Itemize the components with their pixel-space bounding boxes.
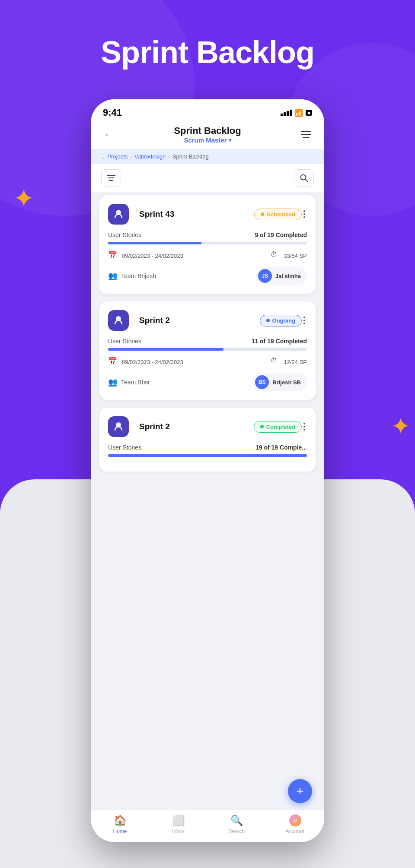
team-icon-2a: 👥 — [108, 377, 118, 387]
more-menu-43[interactable] — [302, 210, 307, 218]
team-row-2a: 👥 Team Bbsr BS Brijesh SB — [108, 373, 307, 391]
search-nav-icon: 🔍 — [230, 814, 243, 827]
stories-label-43: User Stories — [108, 231, 141, 238]
search-icon — [300, 174, 308, 182]
filter-icon — [107, 174, 115, 181]
nav-label-inbox: Inbox — [172, 828, 185, 834]
breadcrumb-sep2: › — [168, 154, 170, 159]
card-title-area-43: Sprint 43 — [108, 204, 254, 225]
bottom-nav: 🏠 Home ⬜ Inbox 🔍 Search U Account — [91, 810, 324, 842]
progress-bar-fill-2b — [108, 454, 307, 457]
back-button[interactable]: ← — [101, 127, 117, 143]
date-item-43: 📅 09/02/2023 - 24/02/2023 — [108, 250, 183, 261]
nav-label-home: Home — [113, 828, 127, 834]
stories-count-43: 9 of 19 Completed — [255, 231, 307, 238]
stories-count-2a: 11 of 19 Completed — [252, 338, 307, 345]
sprint-name-2b: Sprint 2 — [139, 422, 170, 431]
assignee-name-43: Jai simha — [275, 273, 301, 279]
status-badge-2a: Ongoing — [260, 315, 302, 326]
sp-icon-43: ⏱ — [270, 250, 281, 261]
sprint-card-2a: Sprint 2 Ongoing User Stories 11 of 19 C… — [99, 301, 316, 400]
progress-bar-bg-2a — [108, 348, 307, 351]
toolbar — [91, 164, 324, 192]
status-icons: 📶 ■ — [281, 109, 312, 117]
team-item-2a: 👥 Team Bbsr — [108, 377, 150, 387]
status-dot-2b — [260, 425, 264, 428]
menu-line-mid — [301, 134, 311, 135]
sprint-icon-43 — [112, 208, 124, 220]
app-header: ← Sprint Backlog Scrum Master ▾ — [91, 122, 324, 149]
progress-bar-fill-43 — [108, 242, 201, 244]
menu-line-top — [301, 131, 311, 132]
nav-item-account[interactable]: U Account — [278, 814, 313, 834]
status-badge-43: Scheduled — [254, 209, 302, 220]
card-header-43: Sprint 43 Scheduled — [108, 204, 307, 225]
fab-add-button[interactable]: + — [288, 779, 312, 803]
nav-item-home[interactable]: 🏠 Home — [103, 814, 137, 834]
sprint-list: Sprint 43 Scheduled User Stories 9 of 19… — [91, 192, 324, 810]
status-bar: 9:41 📶 ■ — [91, 99, 324, 122]
nav-item-search[interactable]: 🔍 Search — [220, 814, 254, 834]
search-button[interactable] — [294, 169, 314, 187]
more-menu-2b[interactable] — [302, 423, 307, 431]
menu-line-bot — [303, 137, 310, 139]
back-arrow-icon: ← — [104, 129, 114, 140]
breadcrumb-current: Sprint Backlog — [172, 153, 209, 160]
sprint-icon-2a — [112, 314, 124, 326]
sprint-icon-2b — [112, 421, 124, 433]
sprint-name-2a: Sprint 2 — [139, 316, 170, 325]
team-icon-43: 👥 — [108, 271, 118, 281]
stories-count-2b: 19 of 19 Comple... — [255, 444, 307, 451]
filter-button[interactable] — [101, 169, 121, 187]
battery-icon: ■ — [306, 110, 312, 116]
chevron-down-icon: ▾ — [229, 137, 231, 143]
star-decoration-left: ✦ — [13, 186, 35, 212]
status-dot-43 — [261, 212, 264, 216]
sprint-name-43: Sprint 43 — [139, 209, 174, 219]
assignee-name-2a: Brijesh SB — [272, 379, 301, 386]
sprint-card-2b: Sprint 2 Completed User Stories 19 of 19… — [99, 408, 316, 472]
breadcrumb-projects[interactable]: ... Projects — [101, 153, 128, 160]
svg-line-4 — [305, 179, 308, 182]
breadcrumb: ... Projects › Vabrodesign › Sprint Back… — [91, 149, 324, 164]
card-title-area-2b: Sprint 2 — [108, 416, 254, 437]
nav-label-account: Account — [286, 828, 304, 834]
stories-label-2a: User Stories — [108, 338, 141, 345]
header-title: Sprint Backlog — [117, 125, 298, 136]
card-title-area-2a: Sprint 2 — [108, 310, 260, 331]
assignee-chip-43: JS Jai simha — [256, 267, 307, 285]
stories-row-43: User Stories 9 of 19 Completed — [108, 231, 307, 238]
stories-label-2b: User Stories — [108, 444, 141, 451]
header-subtitle[interactable]: Scrum Master ▾ — [117, 136, 298, 144]
wifi-icon: 📶 — [294, 109, 303, 117]
breadcrumb-vabrodesign[interactable]: Vabrodesign — [134, 153, 166, 160]
progress-bar-fill-2a — [108, 348, 223, 351]
status-dot-2a — [266, 319, 270, 322]
home-icon: 🏠 — [114, 814, 127, 827]
nav-label-search: Search — [228, 828, 245, 834]
sprint-card-43: Sprint 43 Scheduled User Stories 9 of 19… — [99, 195, 316, 294]
team-item-43: 👥 Team Brijesh — [108, 271, 156, 281]
calendar-icon-2a: 📅 — [108, 357, 118, 367]
team-row-43: 👥 Team Brijesh JS Jai simha — [108, 267, 307, 285]
calendar-icon-43: 📅 — [108, 250, 118, 261]
assignee-chip-2a: BS Brijesh SB — [253, 373, 307, 391]
progress-bar-bg-2b — [108, 454, 307, 457]
card-header-2a: Sprint 2 Ongoing — [108, 310, 307, 331]
avatar-2a: BS — [255, 375, 269, 389]
menu-button[interactable] — [298, 127, 314, 143]
page-title: Sprint Backlog — [0, 35, 415, 70]
date-item-2a: 📅 09/02/2023 - 24/02/2023 — [108, 357, 183, 367]
nav-item-inbox[interactable]: ⬜ Inbox — [161, 814, 196, 834]
avatar-43: JS — [258, 269, 272, 283]
signal-icon — [281, 110, 292, 116]
status-badge-2b: Completed — [254, 421, 302, 433]
stories-row-2a: User Stories 11 of 19 Completed — [108, 338, 307, 345]
phone-frame: 9:41 📶 ■ ← Sprint Backlog Scrum Master ▾ — [91, 99, 324, 842]
more-menu-2a[interactable] — [302, 317, 307, 324]
meta-row-2a: 📅 09/02/2023 - 24/02/2023 ⏱ 12/24 SP — [108, 357, 307, 367]
star-decoration-right: ✦ — [391, 415, 411, 438]
breadcrumb-sep1: › — [130, 154, 132, 159]
sprint-icon-wrap-2b — [108, 416, 129, 437]
sprint-icon-wrap-2a — [108, 310, 129, 331]
